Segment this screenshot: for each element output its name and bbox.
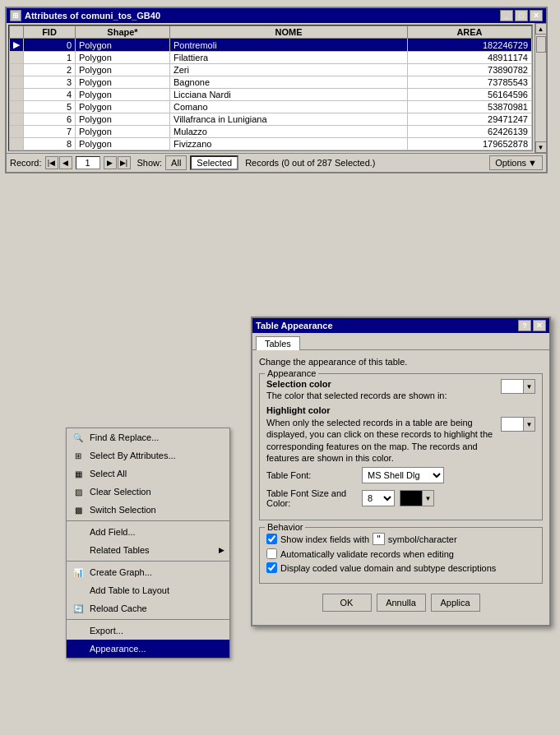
table-row[interactable]: 4 Polygon Licciana Nardi 56164596	[10, 89, 532, 101]
table-row[interactable]: ▶ 0 Polygon Pontremoli 182246729	[10, 39, 532, 52]
auto-validate-checkbox[interactable]	[266, 548, 277, 559]
table-row[interactable]: 5 Polygon Comano 53870981	[10, 101, 532, 113]
menu-label-part: Related Tables	[72, 543, 150, 557]
font-color-button[interactable]	[400, 490, 423, 506]
col-fid[interactable]: FID	[24, 26, 76, 39]
font-color-arrow[interactable]: ▼	[423, 490, 434, 506]
cell-nome: Comano	[170, 101, 408, 113]
ta-close-button[interactable]: ✕	[533, 320, 546, 331]
table-row[interactable]: 7 Polygon Mulazzo 62426139	[10, 126, 532, 138]
table-row[interactable]: 6 Polygon Villafranca in Lunigiana 29471…	[10, 113, 532, 126]
highlight-color-button[interactable]	[501, 417, 524, 432]
tab-tables[interactable]: Tables	[256, 336, 300, 350]
cell-shape: Polygon	[76, 64, 170, 76]
record-label: Record:	[10, 158, 42, 168]
table-row[interactable]: 1 Polygon Filattiera 48911174	[10, 52, 532, 64]
col-nome[interactable]: NOME	[170, 26, 408, 39]
highlight-color-heading: Highlight color	[266, 405, 535, 415]
behavior-group: Behavior Show index fields with " symbol…	[259, 527, 543, 584]
table-font-size-select[interactable]: 8	[362, 490, 395, 506]
show-label: Show:	[137, 158, 163, 168]
table-row[interactable]: 2 Polygon Zeri 73890782	[10, 64, 532, 76]
ok-button[interactable]: OK	[322, 594, 372, 612]
cell-area: 73785543	[407, 76, 531, 89]
next-record-button[interactable]: ▶	[104, 156, 117, 169]
table-row[interactable]: 3 Polygon Bagnone 73785543	[10, 76, 532, 89]
display-coded-checkbox[interactable]	[266, 562, 277, 573]
highlight-color-arrow[interactable]: ▼	[524, 417, 535, 432]
show-all-button[interactable]: All	[165, 155, 187, 170]
prev-record-button[interactable]: ◀	[59, 156, 72, 169]
title-left: ⊞ Attributes of comuni_tos_GB40	[10, 10, 160, 21]
nav-buttons: |◀ ◀	[45, 156, 72, 169]
applica-button[interactable]: Applica	[431, 594, 480, 612]
menu-item-export---[interactable]: Export...	[67, 622, 229, 640]
selection-color-label-wrap: Selection color The color that selected …	[266, 379, 498, 400]
cell-fid: 5	[24, 101, 76, 113]
scroll-down-button[interactable]: ▼	[535, 141, 547, 153]
menu-item-select-by-attributes---[interactable]: ⊞ Select By Attributes...	[67, 446, 229, 465]
vertical-scrollbar[interactable]: ▲ ▼	[535, 23, 546, 153]
cell-fid: 2	[24, 64, 76, 76]
row-indicator	[10, 101, 24, 113]
last-record-button[interactable]: ▶|	[118, 156, 131, 169]
selection-color-heading: Selection color	[266, 379, 498, 389]
menu-item-clear-selection[interactable]: ▨ Clear Selection	[67, 483, 229, 501]
cell-shape: Polygon	[76, 126, 170, 138]
window-icon: ⊞	[10, 10, 21, 21]
menu-item-label: Add Field...	[90, 527, 136, 537]
cell-fid: 0	[24, 39, 76, 52]
menu-item-find---replace---[interactable]: 🔍 Find & Replace...	[67, 428, 229, 446]
table-row[interactable]: 8 Polygon Fivizzano 179652878	[10, 138, 532, 150]
menu-item-select-all[interactable]: ▦ Select All	[67, 465, 229, 483]
row-indicator	[10, 126, 24, 138]
options-button[interactable]: Options ▼	[489, 155, 543, 170]
record-number-input[interactable]	[76, 156, 100, 169]
cell-nome: Licciana Nardi	[170, 89, 408, 101]
close-button[interactable]: ✕	[530, 10, 543, 21]
col-shape[interactable]: Shape*	[76, 26, 170, 39]
col-area[interactable]: AREA	[407, 26, 531, 39]
options-label: Options	[495, 158, 526, 168]
check3-label: Display coded value domain and subtype d…	[280, 563, 496, 573]
ta-titlebar-buttons: ? ✕	[518, 320, 546, 331]
menu-separator	[67, 619, 229, 620]
check1-symbol: "	[373, 533, 385, 545]
menu-item-label: Find & Replace...	[90, 432, 159, 442]
menu-item-add-field---[interactable]: Add Field...	[67, 523, 229, 541]
attributes-window: ⊞ Attributes of comuni_tos_GB40 _ □ ✕ FI…	[5, 7, 548, 173]
scroll-up-button[interactable]: ▲	[535, 23, 547, 35]
cell-shape: Polygon	[76, 76, 170, 89]
menu-item-label: Switch Selection	[90, 505, 156, 515]
menu-item-label: Select All	[90, 469, 127, 478]
menu-item-switch-selection[interactable]: ▩ Switch Selection	[67, 501, 229, 519]
scroll-thumb[interactable]	[536, 36, 546, 53]
row-indicator	[10, 138, 24, 150]
selection-color-button[interactable]	[501, 379, 524, 394]
menu-item-add-table-to-layout[interactable]: Add Table to Layout	[67, 581, 229, 599]
selection-color-row: Selection color The color that selected …	[266, 379, 535, 400]
menu-item-label: Export...	[90, 626, 123, 636]
menu-item-appearance---[interactable]: Appearance...	[67, 640, 229, 658]
show-index-checkbox[interactable]	[266, 534, 277, 544]
menu-item-create-graph---[interactable]: 📊 Create Graph...	[67, 563, 229, 581]
selection-color-arrow[interactable]: ▼	[524, 379, 535, 394]
highlight-color-row: When only the selected records in a tabl…	[266, 417, 535, 467]
first-record-button[interactable]: |◀	[45, 156, 58, 169]
table-font-select[interactable]: MS Shell Dlg	[362, 467, 444, 483]
cell-area: 62426139	[407, 126, 531, 138]
menu-item-related-tables[interactable]: Related Tables ▶	[67, 541, 229, 559]
ta-body: Change the appearance of this table. App…	[252, 350, 549, 625]
menu-icon: 📊	[72, 566, 85, 579]
minimize-button[interactable]: _	[500, 10, 513, 21]
cell-area: 73890782	[407, 64, 531, 76]
cell-shape: Polygon	[76, 52, 170, 64]
cell-area: 179652878	[407, 138, 531, 150]
menu-item-reload-cache[interactable]: 🔄 Reload Cache	[67, 599, 229, 617]
check1-label: Show index fields with	[280, 534, 369, 544]
maximize-button[interactable]: □	[515, 10, 528, 21]
show-selected-button[interactable]: Selected	[190, 155, 238, 170]
annulla-button[interactable]: Annulla	[377, 594, 426, 612]
ta-help-button[interactable]: ?	[518, 320, 531, 331]
cell-shape: Polygon	[76, 101, 170, 113]
